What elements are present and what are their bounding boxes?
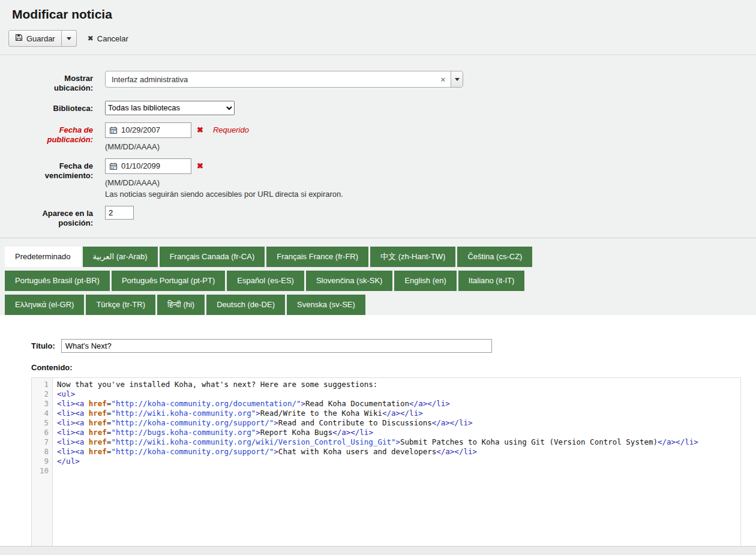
library-select[interactable]: Todas las bibliotecas bbox=[105, 101, 235, 115]
title-input[interactable] bbox=[61, 339, 492, 353]
toolbar: Guardar ✖ Cancelar bbox=[0, 30, 756, 55]
expiration-date-hint: (MM/DD/AAAA) bbox=[105, 178, 343, 187]
chevron-down-icon[interactable] bbox=[451, 71, 463, 87]
expiration-date-group bbox=[105, 158, 191, 174]
tab-en[interactable]: English (en) bbox=[394, 271, 456, 291]
language-tabs-section: Predeterminadoالعربية (ar-Arab)Français … bbox=[0, 238, 756, 315]
expiration-date-row: Fecha de vencimiento: bbox=[30, 158, 744, 199]
line-number: 3 bbox=[40, 399, 49, 409]
line-number: 2 bbox=[40, 389, 49, 399]
code-line[interactable]: <li><a href="http://koha-community.org/d… bbox=[57, 399, 740, 409]
required-text: Requerido bbox=[213, 125, 249, 134]
save-dropdown-toggle[interactable] bbox=[62, 30, 77, 47]
code-line[interactable]: Now that you've installed Koha, what's n… bbox=[57, 380, 740, 389]
position-input[interactable] bbox=[105, 206, 134, 220]
tab-pt-BR[interactable]: Português Brasil (pt-BR) bbox=[5, 271, 110, 291]
close-icon: ✖ bbox=[88, 35, 94, 42]
language-tabs: Predeterminadoالعربية (ar-Arab)Français … bbox=[5, 247, 701, 315]
page-header: Modificar noticia bbox=[0, 0, 756, 22]
tab-el-GR[interactable]: Ελληνικά (el-GR) bbox=[5, 295, 84, 315]
position-label: Aparece en la posición: bbox=[30, 206, 93, 229]
code-line[interactable]: <li><a href="http://wiki.koha-community.… bbox=[57, 409, 740, 418]
calendar-icon[interactable] bbox=[106, 123, 120, 137]
line-number: 10 bbox=[40, 466, 49, 476]
save-button-label: Guardar bbox=[26, 34, 55, 43]
line-number: 9 bbox=[40, 457, 49, 466]
line-number: 4 bbox=[40, 409, 49, 418]
code-line[interactable]: <li><a href="http://koha-community.org/s… bbox=[57, 418, 740, 428]
clear-date-icon[interactable]: ✖ bbox=[197, 125, 203, 134]
tab-fr-CA[interactable]: Français Canada (fr-CA) bbox=[160, 247, 265, 267]
code-line[interactable]: </ul> bbox=[57, 457, 740, 466]
code-line[interactable]: <li><a href="http://bugs.koha-community.… bbox=[57, 428, 740, 437]
save-button-group: Guardar bbox=[8, 30, 77, 47]
display-location-select[interactable]: Interfaz administrativa × bbox=[105, 71, 463, 88]
library-label: Biblioteca: bbox=[30, 101, 93, 115]
tab-ar-Arab[interactable]: العربية (ar-Arab) bbox=[83, 247, 158, 267]
expiration-date-label: Fecha de vencimiento: bbox=[30, 158, 93, 199]
position-row: Aparece en la posición: bbox=[30, 206, 744, 229]
publication-date-row: Fecha de publicación: bbox=[30, 122, 744, 151]
tab-pt-PT[interactable]: Português Portugal (pt-PT) bbox=[112, 271, 225, 291]
library-row: Biblioteca: Todas las bibliotecas bbox=[30, 101, 744, 115]
publication-date-label: Fecha de publicación: bbox=[30, 122, 93, 151]
line-number: 6 bbox=[40, 428, 49, 437]
tab-hi[interactable]: हिन्दी (hi) bbox=[157, 295, 205, 315]
cancel-button-label: Cancelar bbox=[97, 34, 128, 43]
tab-zh-Hant-TW[interactable]: 中文 (zh-Hant-TW) bbox=[370, 247, 455, 267]
content-label: Contenido: bbox=[31, 363, 742, 372]
clear-selection-icon[interactable]: × bbox=[435, 75, 451, 84]
publication-date-hint: (MM/DD/AAAA) bbox=[105, 142, 249, 151]
save-button[interactable]: Guardar bbox=[8, 30, 62, 47]
title-label: Título: bbox=[31, 341, 55, 350]
page-title: Modificar noticia bbox=[12, 7, 744, 22]
code-line[interactable]: <li><a href="http://wiki.koha-community.… bbox=[57, 437, 740, 447]
tab-fr-FR[interactable]: Français France (fr-FR) bbox=[266, 247, 368, 267]
page-footer bbox=[0, 546, 756, 555]
caret-down-icon bbox=[67, 37, 71, 40]
code-line[interactable]: <ul> bbox=[57, 389, 740, 399]
line-number: 8 bbox=[40, 447, 49, 457]
calendar-icon[interactable] bbox=[106, 159, 120, 173]
expiration-date-input[interactable] bbox=[120, 161, 191, 170]
display-location-value: Interfaz administrativa bbox=[106, 75, 435, 84]
tab-de-DE[interactable]: Deutsch (de-DE) bbox=[206, 295, 285, 315]
tab-tr-TR[interactable]: Türkçe (tr-TR) bbox=[86, 295, 155, 315]
line-number: 5 bbox=[40, 418, 49, 428]
display-location-row: Mostrar ubicación: Interfaz administrati… bbox=[30, 71, 744, 94]
tab-it-IT[interactable]: Italiano (it-IT) bbox=[458, 271, 525, 291]
expiration-date-note: Las noticias seguirán siendo accesibles … bbox=[105, 190, 343, 199]
tab-default[interactable]: Predeterminado bbox=[5, 247, 81, 267]
save-icon bbox=[15, 34, 23, 43]
display-location-label: Mostrar ubicación: bbox=[30, 71, 93, 94]
content-code-editor[interactable]: 12345678910 Now that you've installed Ko… bbox=[31, 377, 741, 555]
clear-date-icon[interactable]: ✖ bbox=[197, 161, 203, 170]
title-row: Título: bbox=[31, 339, 742, 353]
tab-sv-SE[interactable]: Svenska (sv-SE) bbox=[287, 295, 365, 315]
editor-code[interactable]: Now that you've installed Koha, what's n… bbox=[53, 378, 740, 555]
line-number: 7 bbox=[40, 437, 49, 447]
cancel-button[interactable]: ✖ Cancelar bbox=[88, 34, 128, 43]
code-line[interactable] bbox=[57, 466, 740, 476]
publication-date-input[interactable] bbox=[120, 125, 191, 134]
tab-sk-SK[interactable]: Slovenčina (sk-SK) bbox=[306, 271, 393, 291]
news-form: Mostrar ubicación: Interfaz administrati… bbox=[0, 55, 756, 228]
code-line[interactable]: <li><a href="http://koha-community.org/s… bbox=[57, 447, 740, 457]
editor-gutter: 12345678910 bbox=[32, 378, 53, 555]
tab-cs-CZ[interactable]: Čeština (cs-CZ) bbox=[457, 247, 532, 267]
publication-date-group bbox=[105, 122, 191, 138]
tab-es-ES[interactable]: Español (es-ES) bbox=[227, 271, 304, 291]
tab-content: Título: Contenido: 12345678910 Now that … bbox=[0, 315, 756, 555]
line-number: 1 bbox=[40, 380, 49, 389]
